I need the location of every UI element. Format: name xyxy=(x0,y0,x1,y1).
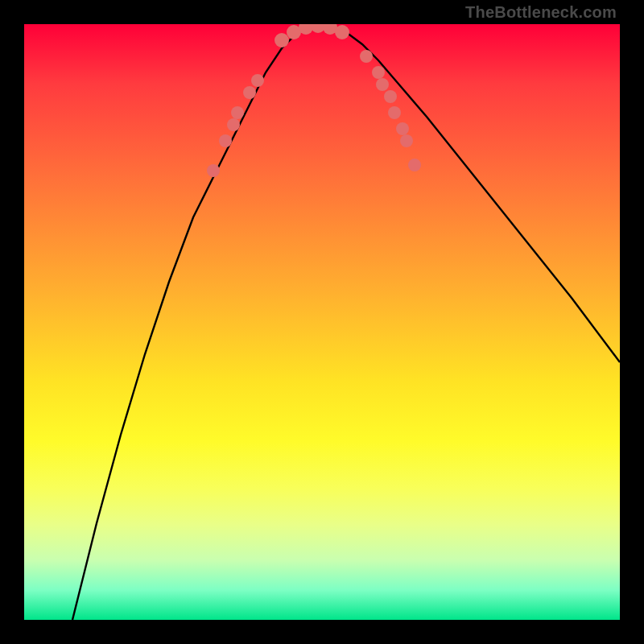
data-marker xyxy=(219,134,232,147)
data-marker xyxy=(243,86,256,99)
plot-area xyxy=(24,24,620,620)
data-marker xyxy=(227,118,240,131)
data-marker xyxy=(251,74,264,87)
data-marker xyxy=(275,33,289,47)
watermark-text: TheBottleneck.com xyxy=(465,3,617,22)
data-marker xyxy=(231,106,244,119)
data-marker xyxy=(335,25,349,39)
bottleneck-curve xyxy=(72,26,620,620)
data-marker xyxy=(388,106,401,119)
data-marker xyxy=(207,164,220,177)
chart-frame: TheBottleneck.com xyxy=(0,0,644,644)
data-marker xyxy=(372,66,385,79)
data-marker xyxy=(360,50,373,63)
data-marker xyxy=(396,122,409,135)
data-marker xyxy=(408,159,421,171)
data-markers xyxy=(207,24,421,177)
data-marker xyxy=(384,90,397,103)
data-marker xyxy=(376,78,389,91)
chart-svg xyxy=(24,24,620,620)
data-marker xyxy=(400,134,413,147)
